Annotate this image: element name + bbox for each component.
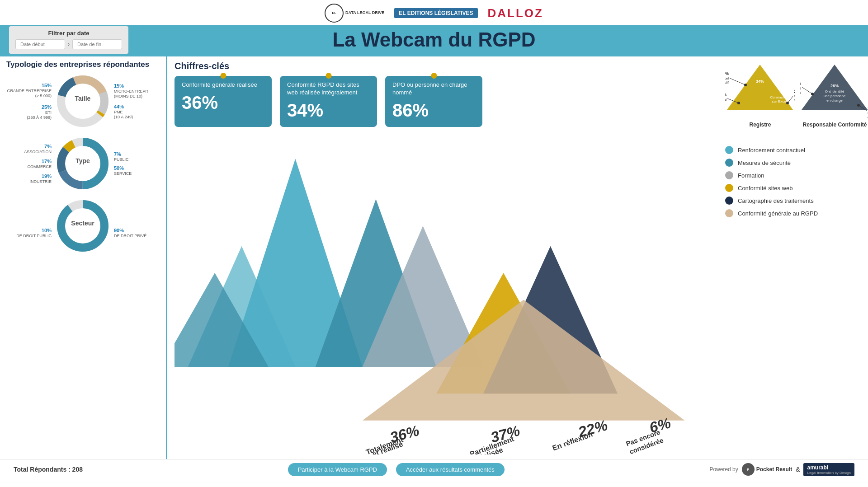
svg-text:15%: 15%: [725, 93, 726, 97]
filter-title: Filtrer par date: [15, 30, 122, 37]
legend-dot-securite: [725, 159, 733, 167]
dlg-text: DATA LEGAL DRIVE: [345, 10, 384, 16]
svg-text:Excel: Excel: [725, 76, 729, 80]
legend-dot-conformite-sites: [725, 184, 733, 192]
legend-dot-renforcement: [725, 146, 733, 154]
secteur-donut-chart: Secteur: [53, 197, 112, 255]
logo-dlg: DL DATA LEGAL DRIVE: [325, 4, 384, 23]
taille-micro: 15% MICRO-ENTREPR(MOINS DE 10): [114, 83, 159, 98]
registre-chart: 34% Commencé sur Excel 30% Excel exhaust…: [725, 60, 795, 128]
svg-text:Ont identifié: Ont identifié: [825, 89, 844, 94]
kpi-card-2: Conformité RGPD des sites web réalisée i…: [280, 76, 377, 127]
legend-item-6: Conformité générale au RGPD: [725, 209, 862, 217]
svg-text:Nommé: Nommé: [800, 86, 802, 90]
kpi-value-1: 36%: [182, 93, 264, 113]
kpi-value-3: 86%: [392, 100, 475, 121]
type-section: 7% ASSOCIATION 17% COMMERCE 19% INDUSTRI…: [6, 134, 160, 193]
legend-item-4: Conformité sites web: [725, 184, 862, 192]
type-commerce: 17% COMMERCE: [6, 159, 52, 169]
legend-item-3: Formation: [725, 171, 862, 179]
legend-item-1: Renforcement contractuel: [725, 146, 862, 154]
svg-line-39: [730, 78, 745, 85]
triangle-charts-row: 34% Commencé sur Excel 30% Excel exhaust…: [725, 60, 862, 128]
taille-section: 15% GRANDE ENTREPRISE(> 5 000) 25% ETI(2…: [6, 72, 160, 131]
results-button[interactable]: Accéder aux résultats commentés: [396, 463, 505, 476]
svg-text:Commencé: Commencé: [770, 95, 789, 99]
logo-el: EL EDITIONS LÉGISLATIVES: [394, 8, 477, 18]
registre-title: Registre: [725, 122, 795, 128]
legend-dot-formation: [725, 171, 733, 179]
svg-text:Taille: Taille: [75, 95, 91, 102]
filter-separator: ›: [68, 41, 70, 47]
participate-button[interactable]: Participer à la Webcam RGPD: [288, 463, 387, 476]
svg-text:Type: Type: [75, 157, 90, 164]
svg-text:en charge: en charge: [826, 98, 843, 103]
kpi-card-3: DPO ou personne en charge nommé 86%: [385, 76, 482, 127]
page-title: La Webcam du RGPD: [0, 28, 868, 51]
svg-text:En réflexion: En réflexion: [551, 430, 594, 452]
header: DL DATA LEGAL DRIVE EL EDITIONS LÉGISLAT…: [0, 0, 868, 25]
svg-text:sur Excel: sur Excel: [772, 99, 787, 103]
svg-text:Secteur: Secteur: [71, 220, 94, 227]
mountain-svg: 36% 37% 22% 6% Totalement conçue et réal…: [175, 131, 712, 454]
svg-text:une personne: une personne: [824, 94, 846, 98]
taille-pme: 44% PME(10 À 249): [114, 104, 159, 119]
logo-dalloz: DALLOZ: [488, 6, 543, 20]
pocket-icon: P: [742, 463, 755, 476]
svg-text:26%: 26%: [830, 84, 839, 88]
legend-dot-conformite-generale: [725, 209, 733, 217]
taille-eti: 25% ETI(250 À 4 999): [6, 104, 52, 120]
left-panel: Typologie des entreprises répondantes 15…: [0, 56, 167, 459]
footer: Total Répondants : 208 Participer à la W…: [0, 459, 868, 479]
legend-label-formation: Formation: [738, 172, 764, 179]
footer-powered: Powered by P Pocket Result & amurabi Leg…: [709, 463, 854, 476]
legend-label-renforcement: Renforcement contractuel: [738, 147, 805, 154]
kpi-label-3: DPO ou personne en charge nommé: [392, 81, 475, 97]
taille-donut-chart: Taille: [53, 72, 112, 131]
date-fin-input[interactable]: [72, 39, 122, 49]
title-bar: La Webcam du RGPD: [0, 25, 868, 56]
type-donut-chart: Type: [53, 134, 112, 193]
svg-text:exhaustif: exhaustif: [725, 80, 729, 84]
date-debut-input[interactable]: [15, 39, 65, 49]
kpi-card-1: Conformité générale réalisée 36%: [175, 76, 272, 127]
legend-label-conformite-generale: Conformité générale au RGPD: [738, 210, 818, 217]
main-body: Typologie des entreprises répondantes 15…: [0, 56, 868, 459]
kpi-label-1: Conformité générale réalisée: [182, 81, 264, 89]
svg-line-58: [802, 87, 812, 94]
type-service: 50% SERVICE: [114, 165, 159, 176]
kpi-label-2: Conformité RGPD des sites web réalisée i…: [287, 81, 370, 97]
dlg-circle-icon: DL: [325, 4, 344, 23]
legend-item-2: Mesures de sécurité: [725, 159, 862, 167]
secteur-section: 10% DE DROIT PUBLIC Secteur 90% DE DROIT…: [6, 197, 160, 255]
registre-svg: 34% Commencé sur Excel 30% Excel exhaust…: [725, 60, 795, 119]
kpi-value-2: 34%: [287, 100, 370, 121]
center-panel: Chiffres-clés Conformité générale réalis…: [167, 56, 719, 459]
svg-text:20%: 20%: [794, 89, 795, 94]
svg-text:constitué: constitué: [794, 98, 795, 102]
mountain-chart-area: 36% 37% 22% 6% Totalement conçue et réal…: [175, 131, 712, 454]
filter-section: Filtrer par date ›: [9, 26, 128, 54]
svg-text:34%: 34%: [756, 79, 764, 84]
left-panel-title: Typologie des entreprises répondantes: [6, 60, 160, 69]
footer-total: Total Répondants : 208: [14, 466, 83, 473]
legend-dot-cartographie: [725, 197, 733, 205]
secteur-droit-public: 10% DE DROIT PUBLIC: [6, 228, 52, 238]
kpi-section-title: Chiffres-clés: [175, 61, 712, 71]
svg-text:un DPO: un DPO: [800, 91, 801, 95]
taille-grande-entreprise: 15% GRANDE ENTREPRISE(> 5 000): [6, 83, 52, 98]
kpi-cards: Conformité générale réalisée 36% Conform…: [175, 76, 712, 127]
legend: Renforcement contractuel Mesures de sécu…: [725, 146, 862, 222]
legend-item-5: Cartographie des traitements: [725, 197, 862, 205]
legend-label-conformite-sites: Conformité sites web: [738, 185, 793, 192]
responsable-title: Responsable Conformité: [800, 122, 868, 128]
legend-label-cartographie: Cartographie des traitements: [738, 197, 814, 204]
pocket-logo: P Pocket Result: [742, 463, 792, 476]
footer-buttons: Participer à la Webcam RGPD Accéder aux …: [288, 463, 505, 476]
type-association: 7% ASSOCIATION: [6, 144, 52, 154]
legend-label-securite: Mesures de sécurité: [738, 159, 791, 166]
secteur-droit-prive: 90% DE DROIT PRIVÉ: [114, 228, 159, 238]
type-public: 7% PUBLIC: [114, 151, 159, 162]
type-industrie: 19% INDUSTRIE: [6, 173, 52, 184]
amurabi-logo: amurabi Legal Innovation by Design: [803, 463, 854, 476]
